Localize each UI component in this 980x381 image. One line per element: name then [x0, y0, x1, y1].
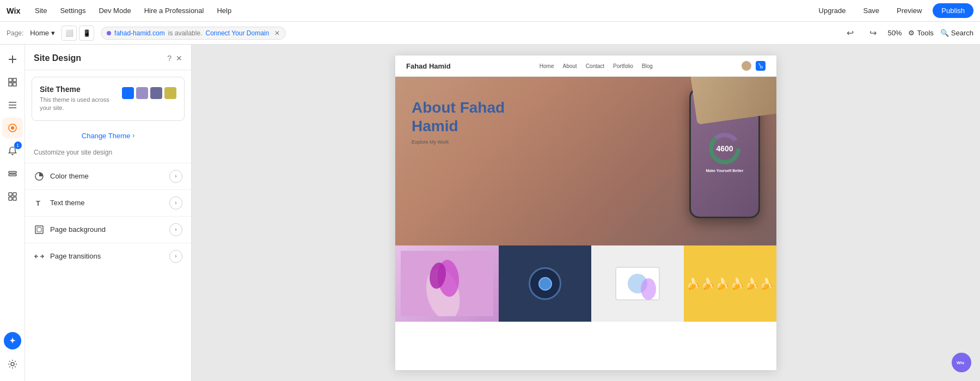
wix-logo[interactable]: Wix — [7, 5, 24, 16]
sidebar-item-settings[interactable] — [2, 354, 23, 374]
undo-icon[interactable]: ↩ — [842, 25, 858, 41]
preview-grid-cell-1 — [395, 245, 499, 322]
preview-cart-icon — [756, 61, 765, 71]
color-theme-option[interactable]: Color theme › — [25, 163, 191, 189]
page-bar: Page: Home ▾ ⬜ 📱 fahad-hamid.com is avai… — [0, 22, 980, 45]
change-theme-arrow-icon: › — [132, 132, 134, 139]
publish-button[interactable]: Publish — [933, 3, 973, 18]
sidebar-item-layers[interactable] — [2, 163, 23, 184]
preview-nav: Fahad Hamid Home About Contact Portfolio… — [395, 56, 776, 77]
close-panel-icon[interactable]: ✕ — [176, 54, 182, 63]
sidebar-item-design[interactable] — [2, 118, 23, 138]
save-button[interactable]: Save — [856, 7, 886, 15]
zoom-level[interactable]: 50% — [887, 29, 902, 37]
page-transitions-option[interactable]: Page transitions › — [25, 243, 191, 269]
svg-rect-21 — [35, 226, 43, 233]
swatch-1 — [122, 87, 134, 99]
nav-right-actions: Upgrade Save Preview Publish — [812, 3, 973, 18]
svg-rect-12 — [9, 171, 16, 173]
change-theme-row[interactable]: Change Theme › — [25, 127, 191, 149]
connect-domain-link[interactable]: Connect Your Domain — [205, 29, 269, 37]
page-transitions-left: Page transitions — [34, 251, 101, 262]
preview-hero-subtitle: Explore My Work — [412, 139, 505, 145]
page-transitions-label: Page transitions — [50, 252, 101, 260]
chevron-down-icon: ▾ — [51, 29, 55, 37]
upgrade-button[interactable]: Upgrade — [812, 7, 853, 15]
sidebar-item-media[interactable] — [2, 72, 23, 93]
preview-grid-cell-2 — [499, 245, 591, 322]
preview-nav-links: Home About Contact Portfolio Blog — [540, 63, 653, 69]
sidebar-item-notifications[interactable]: 1 — [2, 140, 23, 161]
preview-nav-blog: Blog — [642, 63, 653, 69]
svg-point-35 — [641, 278, 656, 300]
page-background-chevron-icon[interactable]: › — [169, 223, 182, 236]
page-name-selector[interactable]: Home ▾ — [30, 29, 55, 37]
svg-rect-4 — [13, 78, 16, 82]
search-button[interactable]: 🔍 Search — [940, 29, 973, 37]
site-design-panel: Site Design ? ✕ Site Theme This theme is… — [25, 45, 192, 381]
svg-text:T: T — [36, 199, 40, 207]
nav-hire[interactable]: Hire a Professional — [138, 0, 211, 22]
desktop-view-icon[interactable]: ⬜ — [62, 26, 77, 41]
sidebar-item-pages[interactable] — [2, 95, 23, 115]
page-background-icon — [34, 224, 45, 235]
swatch-2 — [136, 87, 148, 99]
preview-grid-cell-3 — [591, 245, 684, 322]
text-theme-icon: T — [34, 198, 45, 208]
domain-pill[interactable]: fahad-hamid.com is available. Connect Yo… — [101, 27, 286, 40]
preview-nav-portfolio: Portfolio — [613, 63, 633, 69]
mobile-view-icon[interactable]: 📱 — [79, 26, 94, 41]
theme-name: Site Theme — [40, 85, 122, 94]
page-background-left: Page background — [34, 224, 106, 235]
svg-point-24 — [762, 67, 763, 69]
sidebar-item-sparkle[interactable] — [4, 332, 21, 349]
main-area: 1 Site Design ? ✕ Site Theme — [0, 45, 980, 381]
nav-settings[interactable]: Settings — [53, 0, 92, 22]
page-transitions-icon — [34, 251, 45, 262]
svg-point-23 — [760, 67, 761, 69]
wix-floating-button[interactable]: Wix — [952, 353, 971, 372]
notifications-badge: 1 — [14, 142, 22, 149]
tools-button[interactable]: ⚙ Tools — [908, 29, 933, 37]
svg-text:Wix: Wix — [957, 360, 965, 365]
svg-point-18 — [11, 362, 14, 366]
redo-icon[interactable]: ↪ — [865, 25, 881, 41]
theme-description: This theme is used across your site. — [40, 96, 122, 113]
page-view-icons: ⬜ 📱 — [62, 26, 94, 41]
nav-help[interactable]: Help — [210, 0, 238, 22]
close-domain-pill-icon[interactable]: ✕ — [274, 29, 280, 37]
sidebar-item-add[interactable] — [2, 49, 23, 70]
domain-link[interactable]: fahad-hamid.com — [114, 29, 165, 37]
color-theme-icon — [34, 171, 45, 182]
tools-icon: ⚙ — [908, 29, 915, 37]
color-theme-left: Color theme — [34, 171, 89, 182]
color-swatches — [122, 87, 176, 99]
preview-phone-text: Make Yourself Better — [706, 168, 744, 174]
preview-site-logo: Fahad Hamid — [406, 62, 451, 70]
theme-card-top: Site Theme This theme is used across you… — [40, 85, 176, 113]
svg-rect-16 — [9, 197, 12, 200]
preview-nav-icons — [742, 61, 765, 71]
site-preview: Fahad Hamid Home About Contact Portfolio… — [395, 56, 776, 370]
left-sidebar-icons: 1 — [0, 45, 25, 381]
panel-title: Site Design — [34, 53, 81, 63]
preview-grid-cell-4: 🍌 🍌 🍌 🍌 🍌 🍌 — [684, 245, 776, 322]
page-transitions-chevron-icon[interactable]: › — [169, 250, 182, 263]
svg-rect-15 — [13, 193, 16, 196]
nav-devmode[interactable]: Dev Mode — [92, 0, 137, 22]
page-background-option[interactable]: Page background › — [25, 216, 191, 243]
preview-button[interactable]: Preview — [890, 7, 928, 15]
preview-hero: About FahadHamid Explore My Work 4600 Ma… — [395, 77, 776, 245]
svg-rect-22 — [37, 228, 41, 232]
color-theme-chevron-icon[interactable]: › — [169, 170, 182, 183]
sidebar-item-apps[interactable] — [2, 186, 23, 207]
canvas-area[interactable]: Fahad Hamid Home About Contact Portfolio… — [192, 45, 980, 381]
help-icon[interactable]: ? — [167, 54, 171, 63]
swatch-4 — [164, 87, 176, 99]
svg-rect-5 — [9, 83, 12, 86]
nav-site[interactable]: Site — [28, 0, 53, 22]
text-theme-chevron-icon[interactable]: › — [169, 196, 182, 210]
text-theme-left: T Text theme — [34, 198, 85, 208]
text-theme-option[interactable]: T Text theme › — [25, 189, 191, 216]
preview-nav-contact: Contact — [586, 63, 604, 69]
